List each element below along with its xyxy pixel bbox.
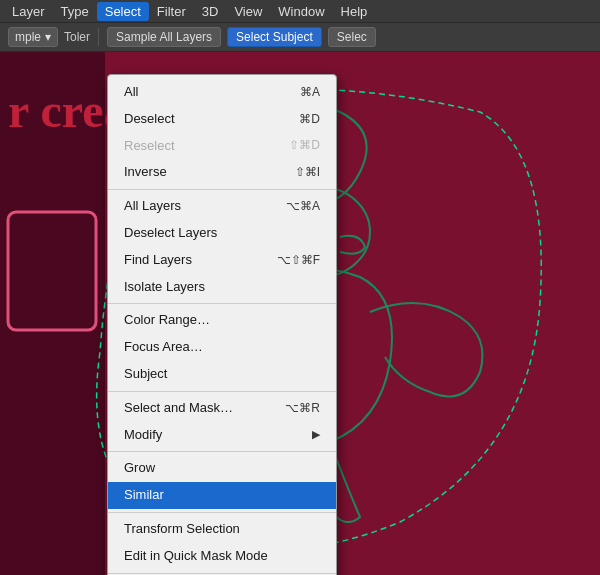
menubar-item-3d[interactable]: 3D <box>194 2 227 21</box>
menu-item-all-layers[interactable]: All Layers ⌥⌘A <box>108 193 336 220</box>
menubar-item-type[interactable]: Type <box>53 2 97 21</box>
menu-item-find-layers[interactable]: Find Layers ⌥⇧⌘F <box>108 247 336 274</box>
menu-item-edit-quick-mask[interactable]: Edit in Quick Mask Mode <box>108 543 336 570</box>
menu-item-all[interactable]: All ⌘A <box>108 79 336 106</box>
menubar-item-help[interactable]: Help <box>333 2 376 21</box>
menu-item-grow[interactable]: Grow <box>108 455 336 482</box>
menu-item-modify-label: Modify <box>124 425 162 446</box>
menu-item-deselect-shortcut: ⌘D <box>299 110 320 129</box>
menu-item-deselect-label: Deselect <box>124 109 175 130</box>
chevron-down-icon: ▾ <box>45 30 51 44</box>
menu-item-all-layers-label: All Layers <box>124 196 181 217</box>
menu-item-deselect-layers-label: Deselect Layers <box>124 223 217 244</box>
menubar-item-filter[interactable]: Filter <box>149 2 194 21</box>
menubar-item-view[interactable]: View <box>226 2 270 21</box>
menu-item-subject[interactable]: Subject <box>108 361 336 388</box>
menu-item-select-and-mask-shortcut: ⌥⌘R <box>285 399 320 418</box>
menu-item-transform-selection[interactable]: Transform Selection <box>108 516 336 543</box>
canvas-area: r crea All ⌘A Deselect ⌘D Reselect ⇧⌘D I… <box>0 52 600 575</box>
menu-item-deselect-layers[interactable]: Deselect Layers <box>108 220 336 247</box>
menu-item-reselect-shortcut: ⇧⌘D <box>289 136 320 155</box>
menu-item-select-and-mask-label: Select and Mask… <box>124 398 233 419</box>
menu-item-modify[interactable]: Modify ▶ <box>108 422 336 449</box>
menu-item-transform-selection-label: Transform Selection <box>124 519 240 540</box>
menu-item-find-layers-label: Find Layers <box>124 250 192 271</box>
menu-item-color-range[interactable]: Color Range… <box>108 307 336 334</box>
toolbar-dropdown-value: mple <box>15 30 41 44</box>
menu-item-similar-label: Similar <box>124 485 164 506</box>
menu-separator-3 <box>108 391 336 392</box>
menu-item-edit-quick-mask-label: Edit in Quick Mask Mode <box>124 546 268 567</box>
arrow-right-icon: ▶ <box>312 426 320 444</box>
menu-separator-4 <box>108 451 336 452</box>
menu-item-find-layers-shortcut: ⌥⇧⌘F <box>277 251 320 270</box>
menu-item-focus-area-label: Focus Area… <box>124 337 203 358</box>
menu-item-inverse[interactable]: Inverse ⇧⌘I <box>108 159 336 186</box>
menu-item-inverse-shortcut: ⇧⌘I <box>295 163 320 182</box>
select-and-button[interactable]: Selec <box>328 27 376 47</box>
menu-item-reselect: Reselect ⇧⌘D <box>108 133 336 160</box>
menubar-item-layer[interactable]: Layer <box>4 2 53 21</box>
menu-item-select-and-mask[interactable]: Select and Mask… ⌥⌘R <box>108 395 336 422</box>
menubar: Layer Type Select Filter 3D View Window … <box>0 0 600 22</box>
tolerance-label: Toler <box>64 30 90 44</box>
menu-item-all-shortcut: ⌘A <box>300 83 320 102</box>
menu-item-inverse-label: Inverse <box>124 162 167 183</box>
menu-item-deselect[interactable]: Deselect ⌘D <box>108 106 336 133</box>
select-menu: All ⌘A Deselect ⌘D Reselect ⇧⌘D Inverse … <box>107 74 337 575</box>
menu-item-similar[interactable]: Similar <box>108 482 336 509</box>
sample-all-layers-button[interactable]: Sample All Layers <box>107 27 221 47</box>
toolbar-mode-dropdown[interactable]: mple ▾ <box>8 27 58 47</box>
menu-item-subject-label: Subject <box>124 364 167 385</box>
menu-separator-5 <box>108 512 336 513</box>
menu-item-all-layers-shortcut: ⌥⌘A <box>286 197 320 216</box>
toolbar-separator-1 <box>98 28 99 46</box>
menu-item-isolate-layers-label: Isolate Layers <box>124 277 205 298</box>
menu-item-all-label: All <box>124 82 138 103</box>
menu-item-isolate-layers[interactable]: Isolate Layers <box>108 274 336 301</box>
menubar-item-window[interactable]: Window <box>270 2 332 21</box>
menubar-item-select[interactable]: Select <box>97 2 149 21</box>
menu-item-reselect-label: Reselect <box>124 136 175 157</box>
select-subject-button[interactable]: Select Subject <box>227 27 322 47</box>
menu-separator-1 <box>108 189 336 190</box>
menu-separator-6 <box>108 573 336 574</box>
menu-item-grow-label: Grow <box>124 458 155 479</box>
menu-item-color-range-label: Color Range… <box>124 310 210 331</box>
toolbar: mple ▾ Toler Sample All Layers Select Su… <box>0 22 600 52</box>
menu-item-focus-area[interactable]: Focus Area… <box>108 334 336 361</box>
menu-separator-2 <box>108 303 336 304</box>
